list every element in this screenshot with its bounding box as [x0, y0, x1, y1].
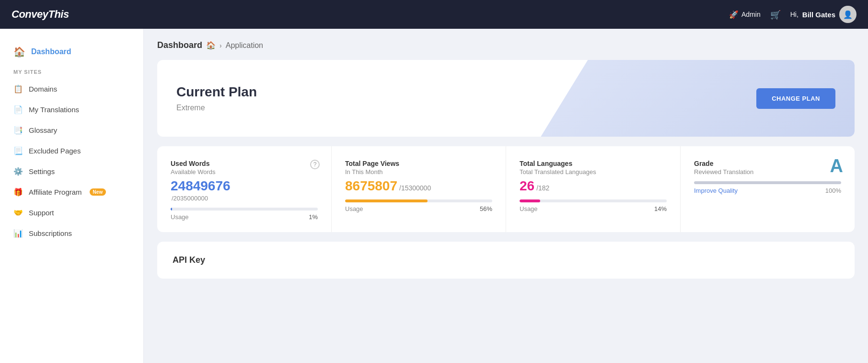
stat-grade: Grade A Reviewed Translation Improve Qua…	[681, 146, 855, 232]
improve-quality-link[interactable]: Improve Quality	[694, 187, 738, 194]
grade-value: A	[830, 156, 843, 176]
home-breadcrumb-icon: 🏠	[206, 41, 216, 50]
stat-usage-words: Usage 1%	[171, 213, 318, 221]
plan-title: Current Plan	[176, 84, 257, 100]
translations-icon: 📄	[13, 105, 23, 114]
admin-label: Admin	[741, 11, 761, 18]
affiliate-icon: 🎁	[13, 187, 23, 197]
progress-bar-words	[171, 208, 318, 211]
user-info: Hi, Bill Gates 👤	[790, 6, 856, 23]
cart-button[interactable]	[770, 9, 781, 20]
breadcrumb-application: Application	[226, 41, 263, 50]
stats-row: Used Words ? Available Words 24849676 /2…	[157, 146, 855, 232]
sidebar-item-support[interactable]: 🤝 Support	[0, 202, 143, 223]
stat-value-row-langs: 26 /182	[520, 178, 667, 194]
usage-label-words: Usage	[171, 213, 189, 221]
sidebar-item-label: Settings	[29, 167, 55, 176]
avatar[interactable]: 👤	[839, 6, 856, 23]
plan-card: Current Plan Extreme CHANGE PLAN	[157, 60, 855, 137]
progress-fill-grade	[694, 181, 841, 184]
progress-bar-langs	[520, 199, 667, 202]
sidebar-item-subscriptions[interactable]: 📊 Subscriptions	[0, 223, 143, 244]
sidebar-item-label: Support	[29, 209, 54, 217]
stat-value-row-views: 8675807 /15300000	[345, 178, 492, 194]
main-content: Dashboard 🏠 › Application Current Plan E…	[144, 29, 868, 363]
usage-label-langs: Usage	[520, 205, 538, 212]
stat-sublabel-grade: Reviewed Translation	[694, 168, 841, 176]
sidebar-item-glossary[interactable]: 📑 Glossary	[0, 120, 143, 141]
user-name: Bill Gates	[802, 11, 835, 19]
layout: 🏠 Dashboard MY SITES 📋 Domains 📄 My Tran…	[0, 29, 868, 363]
sidebar-item-label: Excluded Pages	[29, 147, 81, 155]
stat-sublabel-page-views: In This Month	[345, 168, 492, 176]
stat-sublabel-used-words: Available Words	[171, 168, 318, 176]
stat-label-languages: Total Languages	[520, 160, 667, 167]
stat-label-page-views: Total Page Views	[345, 160, 492, 167]
stat-label-used-words: Used Words	[171, 160, 318, 167]
hi-label: Hi,	[790, 11, 799, 18]
progress-fill-views	[345, 199, 428, 202]
admin-button[interactable]: Admin	[729, 10, 761, 19]
usage-pct-langs: 14%	[654, 205, 667, 212]
sidebar-item-label: Affiliate Program	[29, 188, 82, 196]
sidebar-dashboard-label: Dashboard	[31, 47, 71, 56]
sidebar-item-excluded-pages[interactable]: 📃 Excluded Pages	[0, 141, 143, 161]
new-badge: New	[90, 188, 106, 196]
progress-fill-langs	[520, 199, 540, 202]
breadcrumb: Dashboard 🏠 › Application	[157, 40, 855, 50]
stat-value-row: 24849676	[171, 178, 318, 194]
top-navigation: ConveyThis Admin Hi, Bill Gates 👤	[0, 0, 868, 29]
excluded-pages-icon: 📃	[13, 146, 23, 155]
sidebar-item-label: Glossary	[29, 126, 57, 134]
stat-secondary-words: /2035000000	[172, 195, 318, 202]
topnav-right: Admin Hi, Bill Gates 👤	[729, 6, 856, 23]
glossary-icon: 📑	[13, 126, 23, 135]
plan-name: Extreme	[176, 104, 257, 112]
subscriptions-icon: 📊	[13, 229, 23, 238]
stat-main-value-words: 24849676	[171, 178, 231, 194]
stat-secondary-langs: /182	[536, 184, 549, 192]
progress-bar-views	[345, 199, 492, 202]
sidebar-item-dashboard[interactable]: 🏠 Dashboard	[0, 40, 143, 63]
stat-used-words: Used Words ? Available Words 24849676 /2…	[157, 146, 332, 232]
breadcrumb-separator: ›	[220, 42, 222, 49]
stat-main-value-views: 8675807	[345, 178, 397, 194]
sidebar-item-domains[interactable]: 📋 Domains	[0, 79, 143, 99]
plan-button-wrap: CHANGE PLAN	[756, 88, 835, 109]
sidebar-item-affiliate-program[interactable]: 🎁 Affiliate Program New	[0, 182, 143, 202]
progress-fill-words	[171, 208, 172, 211]
stat-usage-langs: Usage 14%	[520, 205, 667, 212]
sidebar-item-my-translations[interactable]: 📄 My Translations	[0, 99, 143, 120]
cart-icon	[770, 9, 781, 20]
change-plan-button[interactable]: CHANGE PLAN	[756, 88, 835, 109]
rocket-icon	[729, 10, 739, 19]
stat-usage-views: Usage 56%	[345, 205, 492, 212]
settings-icon: ⚙️	[13, 167, 23, 176]
api-key-card: API Key	[157, 242, 855, 279]
usage-pct-words: 1%	[309, 213, 318, 221]
app-logo: ConveyThis	[12, 8, 69, 21]
domains-icon: 📋	[13, 84, 23, 94]
sidebar-item-label: My Translations	[29, 105, 79, 114]
home-icon: 🏠	[13, 46, 25, 58]
progress-bar-grade	[694, 181, 841, 184]
usage-pct-views: 56%	[480, 205, 492, 212]
api-key-title: API Key	[173, 255, 839, 265]
sidebar-item-settings[interactable]: ⚙️ Settings	[0, 161, 143, 182]
stat-languages: Total Languages Total Translated Languag…	[506, 146, 681, 232]
breadcrumb-title: Dashboard	[157, 40, 202, 50]
improve-quality-row: Improve Quality 100%	[694, 187, 841, 194]
sidebar: 🏠 Dashboard MY SITES 📋 Domains 📄 My Tran…	[0, 29, 144, 363]
usage-label-views: Usage	[345, 205, 363, 212]
support-icon: 🤝	[13, 208, 23, 217]
sidebar-item-label: Domains	[29, 85, 57, 93]
improve-quality-pct: 100%	[825, 187, 841, 194]
sidebar-item-label: Subscriptions	[29, 229, 72, 237]
stat-page-views: Total Page Views In This Month 8675807 /…	[332, 146, 506, 232]
question-icon[interactable]: ?	[310, 160, 320, 169]
stat-label-grade: Grade	[694, 160, 841, 167]
stat-secondary-views: /15300000	[399, 184, 431, 192]
plan-info: Current Plan Extreme	[176, 84, 257, 112]
stat-sublabel-languages: Total Translated Languages	[520, 168, 667, 176]
stat-main-value-langs: 26	[520, 178, 534, 194]
